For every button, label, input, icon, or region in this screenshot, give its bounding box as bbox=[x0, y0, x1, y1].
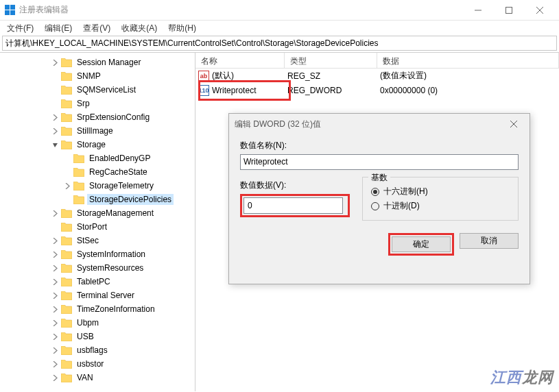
tree-label: StorageTelemetry bbox=[87, 180, 156, 191]
value-icon: 110 bbox=[198, 85, 209, 96]
value-data: (数值未设置) bbox=[377, 70, 559, 82]
menu-help[interactable]: 帮助(H) bbox=[163, 21, 202, 36]
menu-edit[interactable]: 编辑(E) bbox=[39, 21, 78, 36]
chevron-icon bbox=[63, 182, 72, 191]
value-data: 0x00000000 (0) bbox=[377, 86, 559, 95]
tree-item-storage[interactable]: Storage bbox=[0, 138, 195, 151]
col-name[interactable]: 名称 bbox=[195, 53, 285, 68]
value-name-label: 数值名称(N): bbox=[240, 140, 519, 151]
chevron-icon bbox=[51, 319, 60, 328]
tree-item-storagemanagement[interactable]: StorageManagement bbox=[0, 206, 195, 220]
chevron-icon bbox=[51, 223, 60, 232]
tree-item-tabletpc[interactable]: TabletPC bbox=[0, 275, 195, 289]
tree-label: StorageDevicePolicies bbox=[87, 194, 174, 205]
tree-item-systeminformation[interactable]: SystemInformation bbox=[0, 247, 195, 261]
tree-label: Ubpm bbox=[75, 317, 101, 328]
menu-favorites[interactable]: 收藏夹(A) bbox=[116, 21, 163, 36]
tree-item-storagetelemetry[interactable]: StorageTelemetry bbox=[0, 179, 195, 193]
tree-label: StSec bbox=[75, 235, 101, 246]
value-name: (默认) bbox=[212, 70, 234, 82]
tree-label: SrpExtensionConfig bbox=[75, 112, 152, 123]
tree-item-regcachestate[interactable]: RegCacheState bbox=[0, 165, 195, 179]
tree-item-srpextensionconfig[interactable]: SrpExtensionConfig bbox=[0, 110, 195, 124]
value-type: REG_DWORD bbox=[285, 86, 377, 95]
chevron-icon bbox=[51, 99, 60, 108]
tree-item-usbflags[interactable]: usbflags bbox=[0, 343, 195, 357]
tree-label: Storage bbox=[75, 139, 108, 150]
tree-label: usbflags bbox=[75, 345, 110, 356]
radio-hex[interactable]: 十六进制(H) bbox=[371, 186, 510, 197]
tree-item-stsec[interactable]: StSec bbox=[0, 234, 195, 247]
highlight-value-data: 0 bbox=[240, 194, 350, 217]
tree-item-session-manager[interactable]: Session Manager bbox=[0, 56, 195, 69]
chevron-icon bbox=[51, 264, 60, 273]
tree-item-sqmservicelist[interactable]: SQMServiceList bbox=[0, 83, 195, 97]
address-bar[interactable]: 计算机\HKEY_LOCAL_MACHINE\SYSTEM\CurrentCon… bbox=[2, 36, 557, 51]
tree-label: RegCacheState bbox=[87, 167, 150, 177]
cancel-button[interactable]: 取消 bbox=[460, 233, 519, 249]
tree-label: SystemResources bbox=[75, 262, 145, 273]
maximize-button[interactable] bbox=[493, 0, 524, 21]
tree-item-enableddenygp[interactable]: EnabledDenyGP bbox=[0, 151, 195, 165]
value-type: REG_SZ bbox=[285, 71, 377, 81]
window-controls bbox=[462, 0, 555, 21]
tree-item-stillimage[interactable]: StillImage bbox=[0, 124, 195, 138]
col-type[interactable]: 类型 bbox=[285, 53, 377, 68]
list-row[interactable]: ab(默认)REG_SZ(数值未设置) bbox=[195, 69, 559, 83]
tree-item-ubpm[interactable]: Ubpm bbox=[0, 316, 195, 330]
list-row[interactable]: 110WriteprotectREG_DWORD0x00000000 (0) bbox=[195, 83, 559, 97]
tree-label: TimeZoneInformation bbox=[75, 304, 157, 315]
tree-item-usbstor[interactable]: usbstor bbox=[0, 357, 195, 371]
chevron-icon bbox=[51, 140, 60, 149]
value-data-label: 数值数据(V): bbox=[240, 180, 357, 191]
tree-item-usb[interactable]: USB bbox=[0, 330, 195, 343]
chevron-icon bbox=[51, 127, 60, 136]
chevron-icon bbox=[51, 305, 60, 314]
radio-dec[interactable]: 十进制(D) bbox=[371, 200, 510, 212]
tree-view[interactable]: Session ManagerSNMPSQMServiceListSrpSrpE… bbox=[0, 53, 195, 391]
tree-label: SystemInformation bbox=[75, 249, 147, 260]
list-header: 名称 类型 数据 bbox=[195, 53, 559, 69]
tree-item-timezoneinformation[interactable]: TimeZoneInformation bbox=[0, 302, 195, 316]
value-data-input[interactable]: 0 bbox=[243, 197, 343, 214]
chevron-icon bbox=[51, 113, 60, 122]
window-title: 注册表编辑器 bbox=[19, 4, 462, 16]
tree-item-systemresources[interactable]: SystemResources bbox=[0, 261, 195, 275]
tree-label: VAN bbox=[75, 372, 95, 383]
chevron-icon bbox=[63, 154, 72, 163]
chevron-icon bbox=[51, 58, 60, 67]
value-name-input[interactable]: Writeprotect bbox=[240, 154, 519, 170]
tree-label: StorageManagement bbox=[75, 208, 156, 219]
menu-view[interactable]: 查看(V) bbox=[78, 21, 116, 36]
chevron-icon bbox=[63, 168, 72, 177]
tree-item-storagedevicepolicies[interactable]: StorageDevicePolicies bbox=[0, 193, 195, 206]
menu-file[interactable]: 文件(F) bbox=[1, 21, 39, 36]
tree-item-terminal-server[interactable]: Terminal Server bbox=[0, 289, 195, 302]
chevron-icon bbox=[51, 236, 60, 245]
chevron-icon bbox=[51, 72, 60, 81]
tree-label: Srp bbox=[75, 98, 92, 109]
col-data[interactable]: 数据 bbox=[377, 53, 559, 68]
tree-label: StillImage bbox=[75, 125, 115, 136]
ok-button[interactable]: 确定 bbox=[392, 236, 451, 252]
value-icon: ab bbox=[198, 71, 209, 82]
tree-label: Session Manager bbox=[75, 57, 143, 68]
tree-item-snmp[interactable]: SNMP bbox=[0, 69, 195, 83]
tree-label: EnabledDenyGP bbox=[87, 153, 152, 164]
chevron-icon bbox=[51, 346, 60, 355]
chevron-icon bbox=[63, 195, 72, 204]
dialog-close-button[interactable] bbox=[503, 114, 524, 134]
tree-item-van[interactable]: VAN bbox=[0, 371, 195, 384]
menubar: 文件(F) 编辑(E) 查看(V) 收藏夹(A) 帮助(H) bbox=[0, 21, 559, 36]
chevron-icon bbox=[51, 209, 60, 218]
tree-item-srp[interactable]: Srp bbox=[0, 97, 195, 110]
base-legend: 基数 bbox=[368, 172, 390, 184]
chevron-icon bbox=[51, 86, 60, 95]
chevron-icon bbox=[51, 250, 60, 259]
close-button[interactable] bbox=[524, 0, 555, 21]
tree-label: SQMServiceList bbox=[75, 84, 138, 95]
dialog-title: 编辑 DWORD (32 位)值 bbox=[229, 114, 530, 134]
tree-item-storport[interactable]: StorPort bbox=[0, 220, 195, 234]
minimize-button[interactable] bbox=[462, 0, 493, 21]
app-icon bbox=[4, 5, 15, 16]
